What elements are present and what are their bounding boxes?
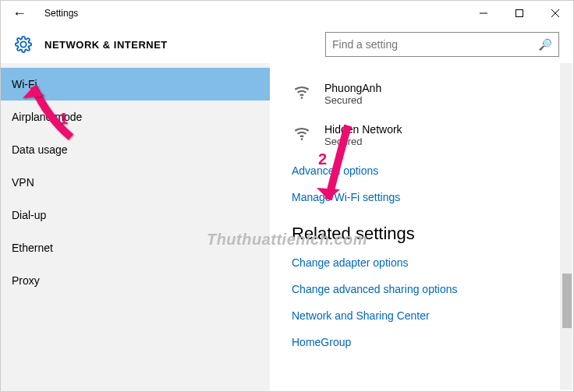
wifi-network[interactable]: Hidden NetworkSecured [292,123,558,147]
manage-wifi-settings-link[interactable]: Manage Wi-Fi settings [292,191,558,203]
wifi-network-name: Hidden Network [324,123,402,136]
sidebar-item-data-usage[interactable]: Data usage [1,133,270,166]
wifi-network-status: Secured [324,94,381,106]
related-link[interactable]: Change advanced sharing options [292,283,558,295]
gear-icon [15,36,32,53]
search-icon: 🔍 [539,38,552,51]
content-pane: PhuongAnhSecuredHidden NetworkSecured Ad… [270,63,573,391]
wifi-network-name: PhuongAnh [324,82,381,94]
sidebar-item-airplane-mode[interactable]: Airplane mode [1,101,270,133]
sidebar-item-label: Data usage [12,143,68,156]
scrollbar-track[interactable] [560,63,572,390]
svg-point-4 [301,97,303,99]
sidebar-item-proxy[interactable]: Proxy [1,264,270,297]
sidebar-item-label: Dial-up [12,209,46,221]
wifi-network[interactable]: PhuongAnhSecured [292,82,558,106]
sidebar-item-dial-up[interactable]: Dial-up [1,199,270,231]
sidebar-item-vpn[interactable]: VPN [1,166,270,199]
close-button[interactable] [537,1,573,26]
search-box[interactable]: 🔍 [325,32,559,57]
minimize-button[interactable] [466,1,501,26]
page-title: NETWORK & INTERNET [44,39,168,51]
sidebar-item-label: Airplane mode [12,111,82,123]
minimize-icon [480,9,487,17]
scrollbar-thumb[interactable] [562,274,572,328]
sidebar-item-label: Ethernet [12,242,53,254]
sidebar-item-wifi[interactable]: Wi-Fi [1,68,270,101]
sidebar-item-label: Proxy [12,274,40,287]
wifi-icon [292,123,314,145]
back-button[interactable]: ← [1,1,38,26]
related-settings-heading: Related settings [292,224,558,244]
maximize-button[interactable] [501,1,537,26]
sidebar: Wi-FiAirplane modeData usageVPNDial-upEt… [1,63,270,391]
wifi-icon [292,82,314,104]
sidebar-item-label: Wi-Fi [12,78,37,90]
svg-rect-1 [516,10,523,17]
related-link[interactable]: HomeGroup [292,336,558,348]
sidebar-item-ethernet[interactable]: Ethernet [1,231,270,264]
close-icon [551,9,559,17]
advanced-options-link[interactable]: Advanced options [292,164,558,177]
wifi-network-status: Secured [324,136,402,147]
search-input[interactable] [332,38,539,51]
related-link[interactable]: Change adapter options [292,256,558,269]
window-title: Settings [38,8,78,19]
sidebar-item-label: VPN [12,176,34,189]
maximize-icon [516,9,523,17]
related-link[interactable]: Network and Sharing Center [292,309,558,322]
arrow-left-icon: ← [12,5,27,22]
svg-point-5 [301,138,303,140]
